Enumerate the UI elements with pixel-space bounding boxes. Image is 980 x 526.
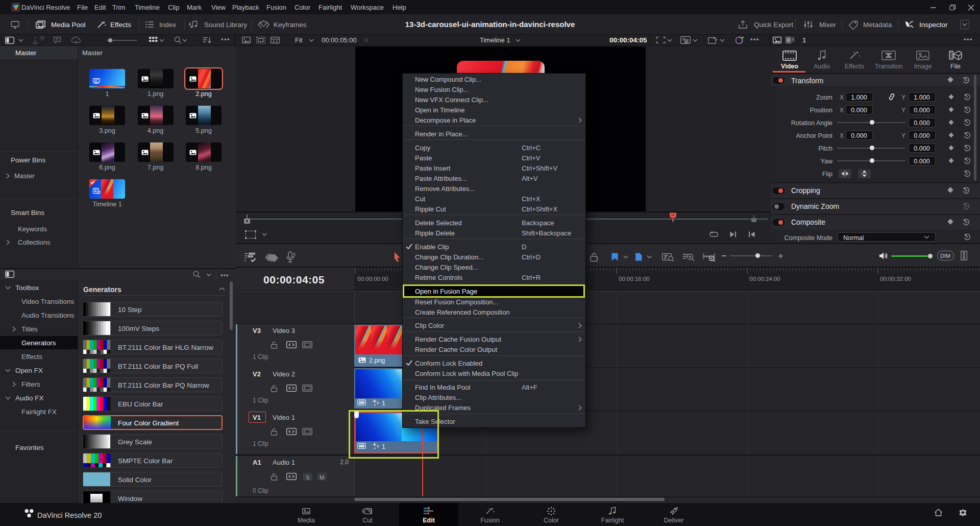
svg-text:HQ: HQ <box>685 40 689 43</box>
